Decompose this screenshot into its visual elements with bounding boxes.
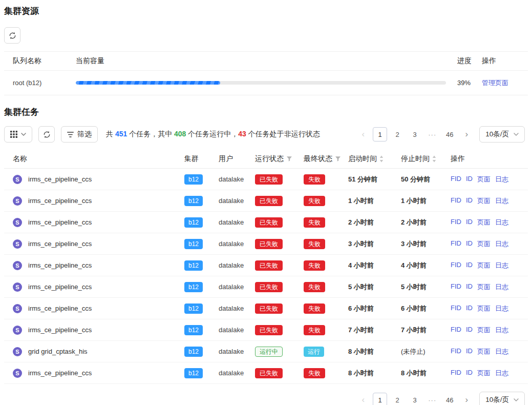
page-link[interactable]: 页面 [477, 347, 491, 356]
page-item-1[interactable]: 1 [373, 393, 387, 405]
page-link[interactable]: 页面 [477, 175, 491, 184]
manage-page-link[interactable]: 管理页面 [482, 79, 508, 87]
filter-funnel-icon[interactable] [286, 156, 292, 162]
page-link[interactable]: 页面 [477, 261, 491, 270]
page-item-3[interactable]: 3 [408, 393, 422, 405]
page-size-select[interactable]: 10条/页 [479, 126, 525, 143]
user-name: datalake [219, 197, 255, 205]
page-link[interactable]: 页面 [477, 218, 491, 227]
user-name: datalake [219, 240, 255, 248]
table-row: S grid grid_cptask_his b12 datalake 运行中 … [4, 341, 528, 362]
task-name: irms_ce_pipeline_ccs [28, 283, 92, 291]
page-ellipsis[interactable]: ··· [425, 393, 439, 405]
page-item-3[interactable]: 3 [408, 127, 422, 141]
filter-button[interactable]: 筛选 [61, 126, 98, 143]
header-label: 运行状态 [255, 154, 284, 164]
log-link[interactable]: 日志 [495, 304, 508, 313]
start-time: 7 小时前 [348, 326, 401, 335]
fid-link[interactable]: FID [451, 196, 461, 206]
column-header-cluster: 集群 [184, 154, 219, 164]
grid-layout-icon [10, 131, 17, 138]
page-item-2[interactable]: 2 [390, 127, 405, 141]
task-name: irms_ce_pipeline_ccs [28, 305, 92, 312]
cluster-badge: b12 [184, 217, 203, 228]
refresh-icon [9, 32, 16, 39]
log-link[interactable]: 日志 [495, 282, 508, 292]
page-ellipsis[interactable]: ··· [425, 127, 439, 141]
header-label: 停止时间 [401, 154, 430, 164]
page-link[interactable]: 页面 [477, 326, 491, 335]
log-link[interactable]: 日志 [495, 239, 508, 249]
id-link[interactable]: ID [466, 326, 473, 335]
table-row: S irms_ce_pipeline_ccs b12 datalake 已失败 … [4, 190, 528, 212]
layout-toggle-button[interactable] [4, 126, 32, 143]
stop-time: 5 小时前 [401, 282, 447, 292]
run-status-badge: 已失败 [255, 217, 283, 228]
refresh-icon [43, 131, 51, 138]
header-label: 名称 [13, 154, 27, 164]
id-link[interactable]: ID [466, 304, 473, 313]
task-name: irms_ce_pipeline_ccs [28, 218, 92, 226]
log-link[interactable]: 日志 [495, 218, 508, 227]
sort-icon[interactable] [379, 155, 384, 163]
sort-icon[interactable] [432, 155, 436, 163]
spark-avatar-icon: S [13, 326, 22, 335]
fid-link[interactable]: FID [451, 282, 461, 292]
fid-link[interactable]: FID [451, 218, 461, 227]
fid-link[interactable]: FID [451, 261, 461, 270]
next-page-button[interactable]: › [460, 393, 473, 405]
id-link[interactable]: ID [466, 196, 473, 206]
page-item-2[interactable]: 2 [390, 393, 405, 405]
resources-refresh-button[interactable] [4, 27, 20, 44]
progress-bar-fill [76, 81, 220, 85]
id-link[interactable]: ID [466, 347, 473, 356]
log-link[interactable]: 日志 [495, 369, 508, 378]
column-header-queue: 队列名称 [4, 56, 76, 66]
page-link[interactable]: 页面 [477, 196, 491, 206]
column-header-final-status: 最终状态 [304, 154, 348, 164]
log-link[interactable]: 日志 [495, 196, 508, 206]
fid-link[interactable]: FID [451, 369, 461, 378]
log-link[interactable]: 日志 [495, 326, 508, 335]
fid-link[interactable]: FID [451, 239, 461, 249]
table-row: S irms_ce_pipeline_ccs b12 datalake 已失败 … [4, 169, 528, 190]
page-link[interactable]: 页面 [477, 239, 491, 249]
filter-funnel-icon[interactable] [335, 156, 341, 162]
run-status-badge: 已失败 [255, 239, 283, 249]
page-link[interactable]: 页面 [477, 369, 491, 378]
id-link[interactable]: ID [466, 218, 473, 227]
log-link[interactable]: 日志 [495, 261, 508, 270]
stop-time: 1 小时前 [401, 196, 447, 206]
page-item-46[interactable]: 46 [442, 393, 457, 405]
id-link[interactable]: ID [466, 239, 473, 249]
cluster-badge: b12 [184, 260, 203, 271]
run-status-badge: 已失败 [255, 303, 283, 314]
page-item-1[interactable]: 1 [373, 127, 387, 141]
fid-link[interactable]: FID [451, 326, 461, 335]
id-link[interactable]: ID [466, 369, 473, 378]
page-size-select[interactable]: 10条/页 [479, 392, 525, 405]
page-link[interactable]: 页面 [477, 282, 491, 292]
tasks-refresh-button[interactable] [38, 126, 55, 143]
progress-value: 39% [446, 79, 482, 87]
fid-link[interactable]: FID [451, 347, 461, 356]
id-link[interactable]: ID [466, 261, 473, 270]
spark-avatar-icon: S [13, 369, 22, 378]
fid-link[interactable]: FID [451, 175, 461, 184]
user-name: datalake [219, 175, 255, 183]
prev-page-button[interactable]: ‹ [356, 127, 370, 141]
fid-link[interactable]: FID [451, 304, 461, 313]
cluster-badge: b12 [184, 282, 203, 292]
stop-time: 2 小时前 [401, 218, 447, 227]
page-item-46[interactable]: 46 [442, 127, 457, 141]
log-link[interactable]: 日志 [495, 175, 508, 184]
page-link[interactable]: 页面 [477, 304, 491, 313]
id-link[interactable]: ID [466, 175, 473, 184]
table-row: S irms_ce_pipeline_ccs b12 datalake 已失败 … [4, 212, 528, 233]
start-time: 51 分钟前 [348, 175, 401, 184]
id-link[interactable]: ID [466, 282, 473, 292]
table-row: S irms_ce_pipeline_ccs b12 datalake 已失败 … [4, 362, 528, 384]
prev-page-button[interactable]: ‹ [356, 393, 370, 405]
next-page-button[interactable]: › [460, 127, 473, 141]
log-link[interactable]: 日志 [495, 347, 508, 356]
